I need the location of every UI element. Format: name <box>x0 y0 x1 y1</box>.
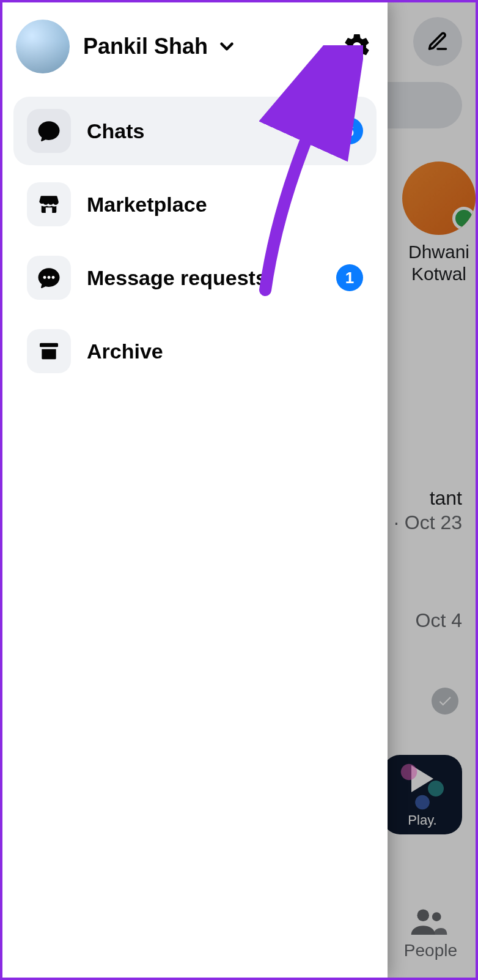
nav-item-marketplace[interactable]: Marketplace <box>13 170 377 239</box>
account-switcher[interactable]: Pankil Shah <box>83 34 326 59</box>
nav-item-chats[interactable]: Chats 6 <box>13 97 377 165</box>
gear-icon <box>342 32 372 61</box>
requests-badge: 1 <box>336 264 363 291</box>
navigation-drawer: Pankil Shah Chats 6 Marketplace Message … <box>2 2 388 978</box>
settings-button[interactable] <box>340 29 374 64</box>
svg-point-4 <box>52 276 55 279</box>
nav-item-archive[interactable]: Archive <box>13 317 377 385</box>
nav-label: Message requests <box>87 266 320 290</box>
svg-point-3 <box>48 276 51 279</box>
profile-avatar[interactable] <box>16 20 70 73</box>
chevron-down-icon <box>216 36 237 57</box>
profile-name-text: Pankil Shah <box>83 34 208 59</box>
nav-label: Marketplace <box>87 193 363 217</box>
svg-rect-5 <box>40 343 58 347</box>
nav-label: Archive <box>87 340 363 363</box>
svg-point-2 <box>43 276 46 279</box>
marketplace-icon <box>27 182 71 226</box>
nav-item-message-requests[interactable]: Message requests 1 <box>13 243 377 312</box>
message-requests-icon <box>27 256 71 300</box>
archive-icon <box>27 329 71 373</box>
drawer-header: Pankil Shah <box>13 13 377 92</box>
nav-label: Chats <box>87 119 320 143</box>
unread-badge: 6 <box>336 117 363 144</box>
chat-bubble-icon <box>27 109 71 153</box>
